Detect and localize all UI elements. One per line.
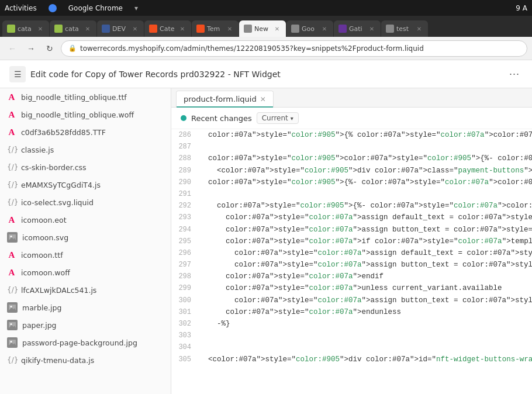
sidebar-item-c0df3a6b[interactable]: Ac0df3a6b528fdd85.TTF [0, 123, 171, 141]
tab-close-icon[interactable]: ✕ [36, 25, 44, 33]
browser-tab-test[interactable]: test ✕ [381, 20, 428, 37]
refresh-button[interactable]: ↻ [42, 41, 57, 56]
sidebar-toggle-button[interactable]: ☰ [9, 66, 26, 82]
forward-button[interactable]: → [23, 41, 39, 56]
current-dropdown-button[interactable]: Current ▾ [257, 112, 299, 124]
line-content[interactable]: -%} [197, 318, 532, 330]
dropdown-icon: ▾ [134, 4, 138, 12]
line-content[interactable]: color:#07a">style="color:#07a">assign bu… [197, 259, 532, 271]
image-icon [7, 320, 18, 330]
lock-icon: 🔒 [68, 44, 77, 52]
line-content[interactable]: color:#07a">style="color:#07a">assign de… [197, 212, 532, 223]
line-content[interactable] [197, 188, 532, 200]
table-row: 305 <color:#07a">style="color:#905">div … [171, 354, 532, 365]
tab-close-icon[interactable]: ✕ [273, 25, 281, 33]
tab-close-icon[interactable]: ✕ [320, 25, 329, 33]
time-display: 9 A [516, 4, 527, 12]
line-content[interactable] [197, 330, 532, 341]
sidebar-item-password_bg[interactable]: password-page-background.jpg [0, 334, 171, 351]
line-content[interactable]: <color:#07a">style="color:#905">div colo… [197, 354, 532, 365]
line-content[interactable]: color:#07a">style="color:#07a">unless cu… [197, 282, 532, 294]
back-button[interactable]: ← [5, 41, 20, 56]
browser-tab-goo[interactable]: Goo ✕ [286, 20, 333, 37]
current-label: Current [262, 114, 288, 122]
tab-favicon [338, 25, 347, 33]
sidebar-item-lfcaxl[interactable]: {/}lfcAXLwjkDALc541.js [0, 281, 171, 299]
line-content[interactable]: color:#07a">style="color:#07a">endunless [197, 306, 532, 318]
line-content[interactable] [197, 141, 532, 153]
sidebar-item-classie_js[interactable]: {/}classie.js [0, 141, 171, 158]
line-number: 302 [171, 318, 197, 330]
line-content[interactable]: color:#07a">style="color:#905">{% color:… [197, 129, 532, 141]
tab-label: cata [18, 25, 34, 33]
browser-tab-gat[interactable]: Gati ✕ [334, 20, 381, 37]
sidebar-item-icomoon_eot[interactable]: Aicomoon.eot [0, 211, 171, 229]
line-content[interactable] [197, 341, 532, 353]
line-number: 294 [171, 224, 197, 236]
line-number: 293 [171, 212, 197, 223]
sidebar-item-big_noodle_oblique_ttf[interactable]: Abig_noodle_titling_oblique.ttf [0, 88, 171, 106]
table-row: 295 color:#07a">style="color:#07a">if co… [171, 236, 532, 247]
line-content[interactable]: color:#07a">style="color:#07a">if color:… [197, 236, 532, 247]
line-number: 300 [171, 295, 197, 306]
table-row: 297 color:#07a">style="color:#07a">assig… [171, 259, 532, 271]
tab-close-icon[interactable]: ✕ [84, 25, 92, 33]
status-dot [181, 115, 186, 121]
table-row: 301 color:#07a">style="color:#07a">endun… [171, 306, 532, 318]
line-content[interactable]: <color:#07a">style="color:#905">div colo… [197, 165, 532, 177]
browser-tab-new[interactable]: New ✕ [239, 20, 286, 37]
line-content[interactable]: color:#07a">style="color:#07a">assign bu… [197, 224, 532, 236]
tab-favicon [102, 25, 110, 33]
sidebar-item-paper_jpg[interactable]: paper.jpg [0, 316, 171, 334]
sidebar-item-emap[interactable]: {/}eMAMXSyTCgGdiT4.js [0, 176, 171, 193]
line-content[interactable]: color:#07a">style="color:#07a">assign bu… [197, 295, 532, 306]
tab-label: DEV [112, 25, 129, 33]
line-content[interactable]: color:#07a">style="color:#07a">assign de… [197, 247, 532, 259]
recent-changes-bar: Recent changes Current ▾ [171, 108, 532, 129]
sidebar-item-icomoon_svg[interactable]: icomoon.svg [0, 229, 171, 246]
tab-close-icon[interactable]: ✕ [226, 25, 234, 33]
sidebar-item-marble_jpg[interactable]: marble.jpg [0, 299, 171, 316]
font-icon: A [7, 110, 16, 120]
toolbar: ← → ↻ 🔒 towerrecords.myshopify.com/admin… [0, 37, 532, 60]
line-content[interactable]: color:#07a">style="color:#07a">endif [197, 271, 532, 282]
sidebar-item-label: eMAMXSyTCgGdiT4.js [21, 181, 101, 189]
activities-label[interactable]: Activities [5, 4, 37, 12]
sidebar-item-ico_select[interactable]: {/}ico-select.svg.liquid [0, 193, 171, 211]
code-editor[interactable]: 286 color:#07a">style="color:#905">{% co… [171, 129, 532, 394]
browser-tab-cat1[interactable]: cata ✕ [2, 20, 49, 37]
line-content[interactable]: color:#07a">style="color:#905">{%- color… [197, 177, 532, 188]
table-row: 298 color:#07a">style="color:#07a">endif [171, 271, 532, 282]
sidebar-item-qikify[interactable]: {/}qikify-tmenu-data.js [0, 351, 171, 369]
sidebar-item-label: icomoon.svg [22, 233, 68, 242]
sidebar-item-big_noodle_oblique_woff[interactable]: Abig_noodle_titling_oblique.woff [0, 106, 171, 123]
chrome-label[interactable]: Google Chrome [68, 4, 123, 12]
sidebar-item-cs_skin_border[interactable]: {/}cs-skin-border.css [0, 158, 171, 176]
line-number: 305 [171, 354, 197, 365]
tab-label: Tem [207, 25, 223, 33]
tab-close-icon[interactable]: ✕ [368, 25, 376, 33]
tab-close-icon[interactable]: ✕ [131, 25, 139, 33]
table-row: 290 color:#07a">style="color:#905">{%- c… [171, 177, 532, 188]
sidebar-item-label: marble.jpg [22, 303, 61, 312]
browser-tab-tem[interactable]: Tem ✕ [192, 20, 239, 37]
font-icon: A [7, 215, 16, 225]
file-tab-close-icon[interactable]: ✕ [260, 95, 266, 103]
svg-point-1 [11, 236, 12, 237]
sidebar-item-icomoon_ttf[interactable]: Aicomoon.ttf [0, 246, 171, 264]
browser-tab-cat2[interactable]: cata ✕ [50, 20, 96, 37]
svg-point-10 [11, 341, 12, 343]
tab-close-icon[interactable]: ✕ [178, 25, 186, 33]
line-content[interactable]: color:#07a">style="color:#905">{%- color… [197, 200, 532, 212]
browser-tab-dev[interactable]: DEV ✕ [97, 20, 144, 37]
file-tab-product-form[interactable]: product-form.liquid ✕ [176, 91, 274, 107]
more-options-button[interactable]: ··· [506, 66, 523, 82]
line-content[interactable]: color:#07a">style="color:#905">color:#07… [197, 153, 532, 164]
tab-close-icon[interactable]: ✕ [415, 25, 423, 33]
image-icon [7, 302, 18, 313]
sidebar-item-label: big_noodle_titling_oblique.woff [21, 110, 134, 119]
address-bar[interactable]: 🔒 towerrecords.myshopify.com/admin/theme… [61, 40, 527, 57]
sidebar-item-label: lfcAXLwjkDALc541.js [21, 286, 96, 295]
browser-tab-cate[interactable]: Cate ✕ [144, 20, 191, 37]
sidebar-item-icomoon_woff[interactable]: Aicomoon.woff [0, 264, 171, 281]
